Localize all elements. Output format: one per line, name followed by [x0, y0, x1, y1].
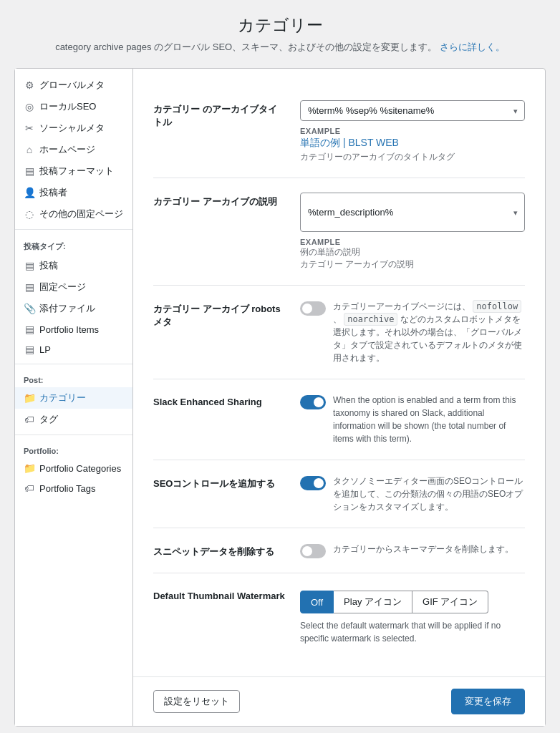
thumbnail-watermark-label: Default Thumbnail Watermark — [153, 588, 286, 645]
lp-icon: ▤ — [24, 344, 35, 355]
section-post: Post: — [15, 369, 132, 387]
sidebar-item-portfolio-tags[interactable]: 🏷 Portfolio Tags — [15, 478, 132, 498]
location-icon: ◎ — [24, 101, 35, 112]
archive-title-example-value: 単語の例 | BLST WEB — [300, 137, 525, 150]
page-subtitle: category archive pages のグローバル SEO、スキーマ、お… — [14, 41, 546, 54]
nofollow-code: nofollow — [473, 300, 521, 313]
slack-sharing-toggle-row: When the option is enabled and a term fr… — [300, 394, 525, 445]
snippet-data-toggle[interactable] — [300, 544, 326, 558]
sidebar: ⚙ グローバルメタ ◎ ローカルSEO ✂ ソーシャルメタ ⌂ ホームページ ▤… — [15, 69, 133, 726]
robots-meta-toggle[interactable] — [300, 301, 326, 316]
toggle-slider-snippet — [300, 544, 326, 558]
sidebar-item-category[interactable]: 📁 カテゴリー — [15, 387, 132, 409]
save-button[interactable]: 変更を保存 — [451, 689, 525, 714]
seo-controls-desc: タクソノミーエディター画面のSEOコントロールを追加して、この分類法の個々の用語… — [333, 475, 525, 513]
sidebar-item-tag[interactable]: 🏷 タグ — [15, 409, 132, 430]
snippet-data-field: カテゴリーからスキーマデータを削除します。 — [300, 543, 525, 558]
archive-desc-row: カテゴリー アーカイブの説明 %term_description% ▾ EXAM… — [153, 178, 525, 286]
seo-controls-toggle-row: タクソノミーエディター画面のSEOコントロールを追加して、この分類法の個々の用語… — [300, 475, 525, 513]
pages-icon: ◌ — [24, 208, 35, 220]
slack-sharing-field: When the option is enabled and a term fr… — [300, 394, 525, 445]
author-icon: 👤 — [24, 187, 35, 198]
sidebar-item-portfolio-items[interactable]: ▤ Portfolio Items — [15, 319, 132, 339]
post-icon: ▤ — [24, 260, 35, 271]
sidebar-item-post[interactable]: ▤ 投稿 — [15, 255, 132, 276]
thumbnail-watermark-row: Default Thumbnail Watermark Off Play アイコ… — [153, 573, 525, 659]
archive-desc-field: %term_description% ▾ EXAMPLE 例の単語の説明 カテゴ… — [300, 193, 525, 271]
slack-sharing-label: Slack Enhanced Sharing — [153, 394, 286, 445]
snippet-data-desc: カテゴリーからスキーマデータを削除します。 — [333, 543, 513, 555]
tag-icon: 🏷 — [24, 414, 35, 425]
archive-title-field: %term% %sep% %sitename% ▾ EXAMPLE 単語の例 |… — [300, 100, 525, 163]
robots-meta-field: カテゴリーアーカイブページには、 nofollow 、 noarchive など… — [300, 300, 525, 364]
sidebar-item-other-pages[interactable]: ◌ その他の固定ページ — [15, 203, 132, 225]
watermark-desc: Select the default watermark that will b… — [300, 619, 525, 645]
archive-desc-example-desc: カテゴリー アーカイブの説明 — [300, 258, 525, 271]
robots-meta-desc: カテゴリーアーカイブページには、 nofollow 、 noarchive など… — [333, 300, 525, 364]
watermark-gif-button[interactable]: GIF アイコン — [412, 591, 488, 613]
thumbnail-watermark-field: Off Play アイコン GIF アイコン Select the defaul… — [300, 588, 525, 645]
archive-desc-select[interactable]: %term_description% — [300, 193, 525, 232]
archive-desc-select-wrapper: %term_description% ▾ — [300, 193, 525, 232]
divider-1 — [15, 229, 132, 230]
page-title: カテゴリー — [14, 14, 546, 37]
reset-button[interactable]: 設定をリセット — [153, 690, 240, 713]
sidebar-item-global-meta[interactable]: ⚙ グローバルメタ — [15, 74, 132, 96]
portfolio-tag-icon: 🏷 — [24, 482, 35, 494]
watermark-play-button[interactable]: Play アイコン — [334, 591, 412, 613]
share-icon: ✂ — [24, 122, 35, 134]
archive-title-label: カテゴリー のアーカイブタイトル — [153, 100, 286, 163]
divider-2 — [15, 364, 132, 364]
sidebar-item-post-format[interactable]: ▤ 投稿フォーマット — [15, 160, 132, 182]
archive-title-select[interactable]: %term% %sep% %sitename% — [300, 100, 525, 121]
watermark-btn-group: Off Play アイコン GIF アイコン — [300, 591, 525, 613]
watermark-off-button[interactable]: Off — [300, 591, 334, 613]
slack-sharing-toggle[interactable] — [300, 395, 326, 409]
snippet-data-toggle-row: カテゴリーからスキーマデータを削除します。 — [300, 543, 525, 558]
archive-title-example-desc: カテゴリーのアーカイブのタイトルタグ — [300, 151, 525, 163]
seo-controls-toggle[interactable] — [300, 476, 326, 490]
sidebar-item-social-meta[interactable]: ✂ ソーシャルメタ — [15, 117, 132, 139]
sidebar-item-attachment[interactable]: 📎 添付ファイル — [15, 298, 132, 319]
category-icon: 📁 — [24, 392, 35, 404]
sidebar-item-local-seo[interactable]: ◎ ローカルSEO — [15, 96, 132, 117]
archive-title-select-wrapper: %term% %sep% %sitename% ▾ — [300, 100, 525, 121]
attachment-icon: 📎 — [24, 303, 35, 314]
divider-3 — [15, 435, 132, 435]
sidebar-item-author[interactable]: 👤 投稿者 — [15, 182, 132, 203]
home-icon: ⌂ — [24, 144, 35, 155]
sidebar-item-lp[interactable]: ▤ LP — [15, 339, 132, 359]
robots-meta-toggle-row: カテゴリーアーカイブページには、 nofollow 、 noarchive など… — [300, 300, 525, 364]
seo-controls-row: SEOコントロールを追加する タクソノミーエディター画面のSEOコントロールを追… — [153, 460, 525, 528]
page-header: カテゴリー category archive pages のグローバル SEO、… — [14, 14, 546, 54]
noarchive-code: noarchive — [344, 313, 397, 326]
format-icon: ▤ — [24, 165, 35, 177]
example-label-2: EXAMPLE — [300, 238, 525, 246]
portfolio-items-icon: ▤ — [24, 324, 35, 335]
example-label-1: EXAMPLE — [300, 127, 525, 135]
robots-meta-label: カテゴリー アーカイブ robotsメタ — [153, 300, 286, 364]
toggle-slider-slack — [300, 395, 326, 409]
portfolio-cat-icon: 📁 — [24, 462, 35, 474]
sidebar-item-fixed-page[interactable]: ▤ 固定ページ — [15, 276, 132, 298]
fixed-page-icon: ▤ — [24, 281, 35, 293]
archive-title-row: カテゴリー のアーカイブタイトル %term% %sep% %sitename%… — [153, 86, 525, 178]
main-content: カテゴリー のアーカイブタイトル %term% %sep% %sitename%… — [133, 69, 545, 676]
seo-controls-field: タクソノミーエディター画面のSEOコントロールを追加して、この分類法の個々の用語… — [300, 475, 525, 513]
learn-more-link[interactable]: さらに詳しく。 — [440, 42, 505, 52]
archive-desc-example-value: 例の単語の説明 — [300, 246, 525, 258]
content-area: ⚙ グローバルメタ ◎ ローカルSEO ✂ ソーシャルメタ ⌂ ホームページ ▤… — [14, 68, 546, 727]
footer-actions: 設定をリセット 変更を保存 — [133, 676, 545, 726]
toggle-slider-robots — [300, 301, 326, 316]
gear-icon: ⚙ — [24, 79, 35, 91]
sidebar-item-portfolio-categories[interactable]: 📁 Portfolio Categories — [15, 458, 132, 478]
sidebar-item-homepage[interactable]: ⌂ ホームページ — [15, 139, 132, 160]
slack-sharing-row: Slack Enhanced Sharing When the option i… — [153, 379, 525, 460]
section-post-types: 投稿タイプ: — [15, 234, 132, 255]
toggle-slider-seo — [300, 476, 326, 490]
section-portfolio: Portfolio: — [15, 440, 132, 458]
archive-desc-label: カテゴリー アーカイブの説明 — [153, 193, 286, 271]
robots-meta-row: カテゴリー アーカイブ robotsメタ カテゴリーアーカイブページには、 no… — [153, 286, 525, 379]
seo-controls-label: SEOコントロールを追加する — [153, 475, 286, 513]
slack-sharing-desc: When the option is enabled and a term fr… — [333, 394, 525, 445]
